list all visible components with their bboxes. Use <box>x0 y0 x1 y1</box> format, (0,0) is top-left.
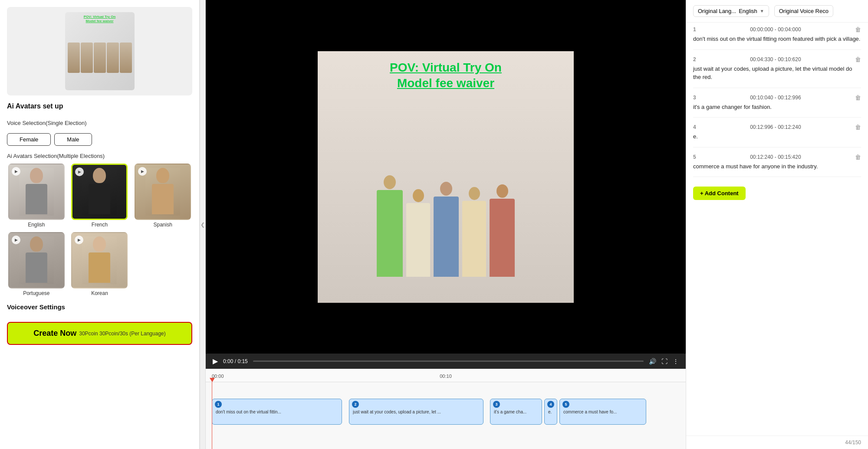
lang-label: Original Lang... <box>698 8 736 14</box>
original-language-select[interactable]: Original Lang... English ▼ <box>693 5 769 17</box>
transcript-time-4: 00:12:996 - 00:12:240 <box>750 124 801 130</box>
timeline-clip-4[interactable]: 4 e. <box>544 399 557 425</box>
model3-head <box>440 182 452 196</box>
transcript-delete-5[interactable]: 🗑 <box>855 154 861 161</box>
transcript-time-3: 00:10:040 - 00:12:996 <box>750 95 801 101</box>
clip-badge-1: 1 <box>215 401 222 408</box>
clip-badge-3: 3 <box>493 401 500 408</box>
fullscreen-button[interactable]: ⛶ <box>661 358 667 365</box>
avatar-label-english: English <box>28 222 45 228</box>
transcript-num-1: 1 <box>693 26 696 33</box>
transcript-item-1: 1 00:00:000 - 00:04:000 🗑 don't miss out… <box>693 26 861 50</box>
avatar-item-korean[interactable]: Korean <box>70 232 129 296</box>
transcript-text-3: it's a game changer for fashion. <box>693 103 861 111</box>
avatar-figure-french <box>82 168 117 216</box>
timeline-clip-5[interactable]: 5 commerce a must have fo... <box>559 399 646 425</box>
transcript-text-2: just wait at your codes, upload a pictur… <box>693 65 861 82</box>
middle-panel: POV: Virtual Try On Model fee waiver <box>206 0 686 449</box>
clip-badge-4: 4 <box>547 401 554 408</box>
video-model-2 <box>406 189 430 277</box>
avatar-head-korean <box>93 236 106 252</box>
avatar-play-english[interactable] <box>12 167 20 176</box>
video-model-5 <box>490 184 515 277</box>
female-voice-button[interactable]: Female <box>7 133 51 146</box>
transcript-delete-2[interactable]: 🗑 <box>855 56 861 63</box>
timeline-clip-3[interactable]: 3 it's a game cha... <box>490 399 542 425</box>
model4-body <box>462 201 486 277</box>
transcript-num-4: 4 <box>693 124 696 130</box>
male-voice-button[interactable]: Male <box>54 133 92 146</box>
voice-selection-label: Voice Selection(Single Election) <box>7 120 192 126</box>
thumbnail-container: POV: Virtual Try OnModel fee waiver <box>7 7 192 95</box>
avatar-body-spanish <box>152 184 174 214</box>
thumb-model-4 <box>107 43 119 73</box>
thumbnail-title: POV: Virtual Try OnModel fee waiver <box>84 15 116 24</box>
avatar-item-spanish[interactable]: Spanish <box>133 164 192 228</box>
create-now-label: Create Now <box>33 329 76 338</box>
playhead-line <box>212 382 212 449</box>
timeline-marker-mid: 00:10 <box>440 374 452 379</box>
avatar-img-spanish <box>135 164 191 220</box>
transcript-num-2: 2 <box>693 56 696 62</box>
video-title-overlay: POV: Virtual Try On Model fee waiver <box>390 60 502 92</box>
transcript-header-4: 4 00:12:996 - 00:12:240 🗑 <box>693 124 861 131</box>
model2-body <box>406 203 430 277</box>
video-thumbnail: POV: Virtual Try OnModel fee waiver <box>65 12 135 90</box>
transcript-delete-3[interactable]: 🗑 <box>855 94 861 101</box>
voice-selection-group: Female Male <box>7 133 192 146</box>
char-count: 44/150 <box>845 439 861 446</box>
avatar-body-portuguese <box>26 252 47 283</box>
avatar-item-english[interactable]: English <box>7 164 66 228</box>
video-inner: POV: Virtual Try On Model fee waiver <box>318 51 574 303</box>
timeline-clip-2[interactable]: 2 just wait at your codes, upload a pict… <box>349 399 483 425</box>
video-controls: ▶ 0:00 / 0:15 🔊 ⛶ ⋮ <box>206 354 686 369</box>
right-panel: Original Lang... English ▼ Original Voic… <box>686 0 868 449</box>
transcript-text-1: don't miss out on the virtual fitting ro… <box>693 35 861 43</box>
video-title-line2: Model fee waiver <box>390 75 502 91</box>
transcript-text-4: e. <box>693 132 861 141</box>
right-content: 1 00:00:000 - 00:04:000 🗑 don't miss out… <box>686 23 868 436</box>
create-now-button[interactable]: Create Now 30Pcoin 30Pcoin/30s (Per Lang… <box>7 322 192 345</box>
transcript-header-5: 5 00:12:240 - 00:15:420 🗑 <box>693 154 861 161</box>
playhead-triangle <box>210 378 215 382</box>
model1-body <box>377 190 403 277</box>
video-progress-bar[interactable] <box>253 361 644 362</box>
avatar-head-spanish <box>156 168 169 183</box>
avatar-body-english <box>26 184 47 214</box>
avatar-item-french[interactable]: French <box>70 164 129 228</box>
transcript-header-3: 3 00:10:040 - 00:12:996 🗑 <box>693 94 861 101</box>
avatar-label-portuguese: Portuguese <box>23 290 49 296</box>
transcript-item-5: 5 00:12:240 - 00:15:420 🗑 commerce a mus… <box>693 154 861 177</box>
time-current: 0:00 <box>223 358 233 364</box>
volume-button[interactable]: 🔊 <box>649 358 656 365</box>
avatar-item-portuguese[interactable]: Portuguese <box>7 232 66 296</box>
timeline-scrubber: 00:00 00:10 <box>206 369 686 382</box>
add-content-button[interactable]: + Add Content <box>693 187 746 200</box>
video-background: POV: Virtual Try On Model fee waiver <box>318 51 574 303</box>
right-footer: 44/150 <box>686 436 868 449</box>
avatar-img-english <box>8 164 65 220</box>
transcript-time-1: 00:00:000 - 00:04:000 <box>750 26 801 33</box>
voice-reco-select[interactable]: Original Voice Reco <box>774 5 833 17</box>
transcript-delete-4[interactable]: 🗑 <box>855 124 861 131</box>
model5-body <box>490 199 515 277</box>
voiceover-settings-title: Voiceover Settings <box>7 303 192 311</box>
model3-body <box>434 197 459 277</box>
play-button[interactable]: ▶ <box>213 357 218 365</box>
clip-text-5: commerce a must have fo... <box>563 410 642 414</box>
transcript-delete-1[interactable]: 🗑 <box>855 26 861 33</box>
avatar-play-portuguese[interactable] <box>12 236 20 244</box>
video-title-line1: POV: Virtual Try On <box>390 60 502 75</box>
avatar-img-korean <box>71 232 128 288</box>
timeline-clip-1[interactable]: 1 don't miss out on the virtual fittin..… <box>212 399 342 425</box>
video-model-4 <box>462 187 486 277</box>
video-model-3 <box>434 182 459 277</box>
avatar-label-french: French <box>92 222 108 228</box>
avatar-label-spanish: Spanish <box>153 222 172 228</box>
collapse-handle[interactable] <box>200 0 206 449</box>
ai-selection-label: Ai Avatars Selection(Multiple Elections) <box>7 153 192 159</box>
more-options-button[interactable]: ⋮ <box>673 358 679 365</box>
transcript-num-3: 3 <box>693 95 696 101</box>
model4-head <box>469 187 480 200</box>
avatar-head-english <box>30 168 43 183</box>
